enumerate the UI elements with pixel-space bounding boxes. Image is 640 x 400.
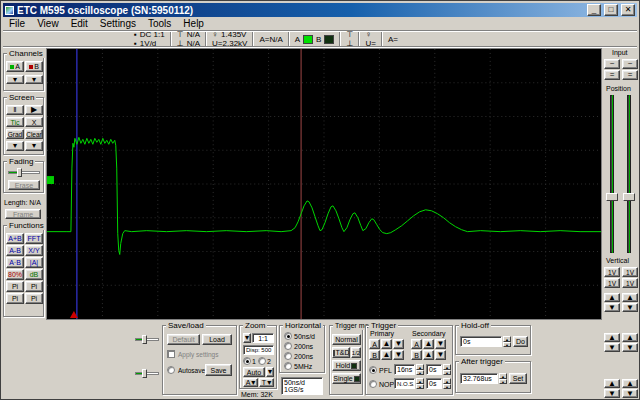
after-trigger-value[interactable]: 32.768us bbox=[460, 373, 498, 384]
primary-delay-value[interactable]: 0s bbox=[426, 364, 442, 375]
fading-slider[interactable] bbox=[8, 168, 40, 177]
secondary-source-a-button[interactable]: A bbox=[411, 339, 422, 349]
vernier-button[interactable]: ▾ bbox=[25, 141, 43, 151]
range-a-button[interactable]: 1V bbox=[604, 267, 620, 277]
offset-b-up-button[interactable]: ▲ bbox=[622, 333, 638, 342]
function-abs-a-button[interactable]: |A| bbox=[25, 257, 43, 268]
function-a-minus-b-button[interactable]: A-B bbox=[6, 245, 24, 256]
spin-down-icon[interactable]: ▼ bbox=[503, 342, 511, 348]
x-button[interactable]: X bbox=[25, 117, 43, 127]
slider-thumb[interactable] bbox=[606, 193, 618, 201]
nudge-b-down-button[interactable]: ▼ bbox=[622, 303, 638, 312]
title-bar[interactable]: ETC M595 oscilloscope (SN:5950112) _ □ ✕ bbox=[3, 3, 637, 17]
menu-edit[interactable]: Edit bbox=[65, 18, 94, 30]
slider-thumb[interactable] bbox=[142, 369, 147, 378]
channel-b-led[interactable] bbox=[324, 35, 334, 44]
saveload-slider-1[interactable] bbox=[135, 335, 159, 344]
zoom-t-button[interactable]: T▾ bbox=[259, 378, 274, 387]
nop-spinner[interactable]: ▲▼ bbox=[416, 378, 424, 389]
normal-button[interactable]: Normal bbox=[332, 334, 361, 345]
scope-display[interactable] bbox=[46, 48, 602, 320]
function-pi3-button[interactable]: Pi bbox=[6, 293, 24, 304]
grid-style-button[interactable]: ▾ bbox=[6, 141, 24, 151]
hdiv-200ns2-radio[interactable] bbox=[284, 352, 292, 360]
channel-a-button[interactable]: A bbox=[6, 61, 24, 72]
secondary-rising-edge-b-button[interactable]: ▲ bbox=[423, 350, 434, 360]
hdiv-50ns-radio[interactable] bbox=[284, 332, 292, 340]
position-a-slider[interactable] bbox=[605, 95, 619, 253]
default-button[interactable]: Default bbox=[167, 334, 200, 345]
slider-thumb[interactable] bbox=[17, 168, 22, 177]
secondary-delay-value[interactable]: 0s bbox=[426, 378, 442, 389]
function-a-times-b-button[interactable]: A·B bbox=[6, 257, 24, 268]
secondary-source-b-button[interactable]: B bbox=[411, 350, 422, 360]
half-button[interactable]: 1/2 bbox=[351, 347, 361, 358]
trigger-top-icon[interactable]: ⊤ bbox=[346, 31, 353, 39]
function-xy-button[interactable]: X/Y bbox=[25, 245, 43, 256]
secondary-falling-edge-button[interactable]: ▼ bbox=[435, 339, 446, 349]
primary-rising-edge-b-button[interactable]: ▲ bbox=[381, 350, 392, 360]
input-b-ground-button[interactable]: = bbox=[622, 70, 638, 80]
spin-down-icon[interactable]: ▼ bbox=[416, 370, 424, 376]
fine-a-up-button[interactable]: ▲ bbox=[604, 379, 620, 388]
function-pi1-button[interactable]: Pi bbox=[6, 281, 24, 292]
scope-canvas[interactable] bbox=[47, 49, 601, 319]
fine-b-down-button[interactable]: ▼ bbox=[622, 389, 638, 398]
channel-a-menu-button[interactable]: ▾ bbox=[6, 75, 24, 84]
spin-down-icon[interactable]: ▼ bbox=[499, 379, 507, 385]
saveload-slider-2[interactable] bbox=[135, 369, 159, 378]
minimize-button[interactable]: _ bbox=[587, 4, 601, 16]
slider-thumb[interactable] bbox=[623, 193, 635, 201]
spin-down-icon[interactable]: ▼ bbox=[443, 370, 451, 376]
holdoff-do-button[interactable]: Do bbox=[513, 336, 528, 347]
nop-value[interactable]: N.O.S. bbox=[394, 378, 415, 389]
clear-button[interactable]: Clear bbox=[25, 129, 43, 139]
function-db-button[interactable]: dB bbox=[25, 269, 43, 280]
erase-button[interactable]: Erase bbox=[8, 180, 40, 190]
nudge-a-up-button[interactable]: ▲ bbox=[604, 293, 620, 302]
zoom-auto-menu-button[interactable]: ▾ bbox=[266, 367, 274, 377]
holdoff-spinner[interactable]: ▲▼ bbox=[503, 336, 511, 347]
primary-rising-edge-button[interactable]: ▲ bbox=[381, 339, 392, 349]
menu-tools[interactable]: Tools bbox=[142, 18, 177, 30]
channel-b-menu-button[interactable]: ▾ bbox=[25, 75, 43, 84]
save-button[interactable]: Save bbox=[205, 364, 232, 376]
frame-button[interactable]: Frame bbox=[5, 209, 41, 219]
input-a-ground-button[interactable]: = bbox=[604, 70, 620, 80]
position-b-slider[interactable] bbox=[622, 95, 636, 253]
secondary-delay-spinner[interactable]: ▲▼ bbox=[443, 378, 451, 389]
offset-a-down-button[interactable]: ▼ bbox=[604, 343, 620, 352]
close-button[interactable]: ✕ bbox=[621, 4, 635, 16]
menu-file[interactable]: File bbox=[3, 18, 31, 30]
zoom-mode-2-radio[interactable] bbox=[258, 357, 266, 365]
primary-falling-edge-b-button[interactable]: ▼ bbox=[393, 350, 404, 360]
after-trigger-spinner[interactable]: ▲▼ bbox=[499, 373, 507, 384]
range-a2-button[interactable]: 1V bbox=[604, 278, 620, 288]
offset-a-up-button[interactable]: ▲ bbox=[604, 333, 620, 342]
holdoff-value[interactable]: 0s bbox=[460, 336, 502, 347]
tic-button[interactable]: Tic bbox=[6, 117, 24, 127]
nudge-b-up-button[interactable]: ▲ bbox=[622, 293, 638, 302]
menu-settings[interactable]: Settings bbox=[94, 18, 142, 30]
fine-a-down-button[interactable]: ▼ bbox=[604, 389, 620, 398]
spin-down-icon[interactable]: ▼ bbox=[416, 384, 424, 390]
run-button[interactable]: ▶ bbox=[25, 105, 43, 115]
input-b-coupling-button[interactable]: ~ bbox=[622, 59, 638, 69]
single-button[interactable]: Single bbox=[332, 373, 361, 384]
hdiv-200ns-radio[interactable] bbox=[284, 342, 292, 350]
channel-a-marker[interactable] bbox=[47, 176, 54, 184]
function-pi4-button[interactable]: Pi bbox=[25, 293, 43, 304]
td-button[interactable]: T&D bbox=[332, 347, 350, 358]
load-button[interactable]: Load bbox=[202, 334, 232, 345]
channel-b-button[interactable]: B bbox=[25, 61, 43, 72]
input-a-coupling-button[interactable]: ~ bbox=[604, 59, 620, 69]
menu-view[interactable]: View bbox=[31, 18, 65, 30]
maximize-button[interactable]: □ bbox=[604, 4, 618, 16]
spin-down-icon[interactable]: ▼ bbox=[443, 384, 451, 390]
range-b2-button[interactable]: 1V bbox=[622, 278, 638, 288]
pfl-spinner[interactable]: ▲▼ bbox=[416, 364, 424, 375]
function-a-plus-b-button[interactable]: A+B bbox=[6, 233, 24, 244]
grad-button[interactable]: Grad bbox=[6, 129, 24, 139]
primary-delay-spinner[interactable]: ▲▼ bbox=[443, 364, 451, 375]
pause-button[interactable]: ‖ bbox=[6, 105, 24, 115]
